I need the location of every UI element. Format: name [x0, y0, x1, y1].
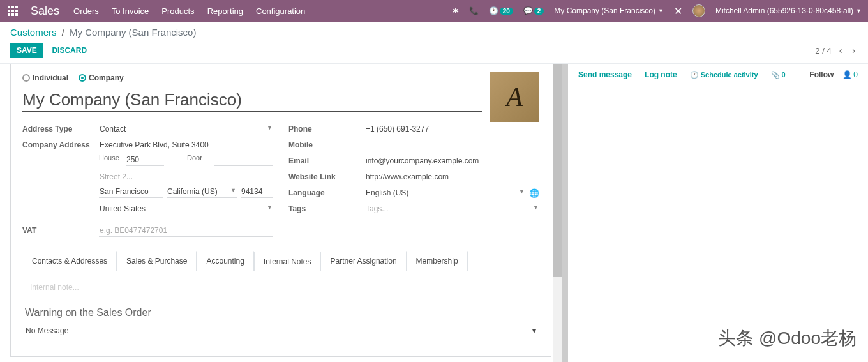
clock-icon[interactable]: 🕐20	[489, 6, 513, 15]
clock-icon: 🕐	[690, 71, 699, 79]
warning-section-title: Warning on the Sales Order	[25, 307, 537, 319]
tags-select[interactable]: Tags...▼	[365, 203, 539, 215]
street2-field[interactable]	[99, 171, 273, 183]
street-field[interactable]	[99, 139, 273, 151]
door-field[interactable]	[214, 154, 273, 166]
nav-products[interactable]: Products	[161, 6, 194, 16]
form-sheet: A Individual Company Address TypeContact…	[0, 64, 562, 362]
email-field[interactable]	[365, 155, 539, 167]
nav-orders[interactable]: Orders	[73, 6, 99, 16]
scrollbar[interactable]	[553, 64, 562, 362]
label-vat: VAT	[22, 226, 99, 235]
apps-icon[interactable]	[6, 4, 19, 17]
company-selector[interactable]: My Company (San Francisco)▼	[554, 6, 664, 15]
chatter-resize-handle[interactable]	[562, 64, 568, 362]
nav-menu: Orders To Invoice Products Reporting Con…	[73, 6, 305, 16]
schedule-activity-button[interactable]: 🕐Schedule activity	[690, 71, 758, 79]
tab-contacts-addresses[interactable]: Contacts & Addresses	[22, 251, 117, 271]
tab-membership[interactable]: Membership	[407, 251, 468, 271]
tab-internal-notes[interactable]: Internal Notes	[254, 252, 321, 271]
nav-to-invoice[interactable]: To Invoice	[112, 6, 149, 16]
label-website: Website Link	[288, 172, 365, 181]
close-icon[interactable]: ✕	[674, 5, 682, 17]
tab-accounting[interactable]: Accounting	[197, 251, 253, 271]
state-select[interactable]: California (US)▼	[167, 186, 237, 198]
country-select[interactable]: United States▼	[99, 203, 273, 215]
vat-field[interactable]	[99, 225, 273, 237]
bug-icon[interactable]: ✱	[453, 6, 459, 15]
name-field[interactable]	[22, 89, 482, 112]
caret-down-icon: ▼	[856, 8, 862, 14]
tab-partner-assignation[interactable]: Partner Assignation	[321, 251, 407, 271]
city-field[interactable]	[99, 186, 163, 198]
control-panel: Customers / My Company (San Francisco) S…	[0, 22, 868, 64]
phone-field[interactable]	[365, 123, 539, 135]
pager-position: 2 / 4	[815, 46, 831, 56]
person-icon: 👤	[842, 70, 852, 79]
caret-down-icon: ▼	[658, 8, 664, 14]
systray: ✱ 📞 🕐20 💬2 My Company (San Francisco)▼ ✕…	[453, 4, 862, 17]
label-address-type: Address Type	[22, 124, 99, 133]
follow-button[interactable]: Follow	[809, 70, 834, 79]
label-mobile: Mobile	[288, 140, 365, 149]
address-type-select[interactable]: Contact▼	[99, 123, 273, 135]
label-tags: Tags	[288, 204, 365, 213]
zip-field[interactable]	[241, 186, 273, 198]
avatar[interactable]	[692, 4, 705, 17]
attach-icon: 📎	[771, 71, 780, 79]
tabs: Contacts & Addresses Sales & Purchase Ac…	[22, 251, 539, 271]
label-company-address: Company Address	[22, 140, 99, 149]
nav-configuration[interactable]: Configuration	[256, 6, 305, 16]
attachments-button[interactable]: 📎0	[771, 71, 786, 79]
tab-sales-purchase[interactable]: Sales & Purchase	[117, 251, 197, 271]
clock-badge: 20	[500, 8, 513, 15]
top-nav: Sales Orders To Invoice Products Reporti…	[0, 0, 868, 22]
internal-note-field[interactable]: Internal note...	[25, 280, 537, 294]
log-note-button[interactable]: Log note	[645, 70, 677, 79]
chat-icon[interactable]: 💬2	[523, 6, 544, 15]
save-button[interactable]: Save	[10, 43, 43, 58]
language-select[interactable]: English (US)▼	[365, 187, 525, 199]
breadcrumb-current: My Company (San Francisco)	[70, 27, 196, 38]
send-message-button[interactable]: Send message	[578, 70, 632, 79]
chat-badge: 2	[534, 8, 544, 15]
pager: 2 / 4 ‹ ›	[815, 45, 858, 56]
discard-button[interactable]: Discard	[45, 43, 93, 58]
pager-next-icon[interactable]: ›	[849, 45, 858, 56]
phone-icon[interactable]: 📞	[469, 6, 479, 15]
user-menu[interactable]: Mitchell Admin (655926-13-0-80c458-all)▼	[715, 6, 862, 15]
brand-title[interactable]: Sales	[31, 4, 59, 18]
tab-content: Internal note... Warning on the Sales Or…	[22, 271, 539, 347]
globe-icon[interactable]: 🌐	[529, 188, 539, 198]
website-field[interactable]	[365, 171, 539, 183]
nav-reporting[interactable]: Reporting	[207, 6, 243, 16]
pager-prev-icon[interactable]: ‹	[837, 45, 845, 56]
label-email: Email	[288, 156, 365, 165]
breadcrumb: Customers / My Company (San Francisco)	[10, 27, 858, 38]
mobile-field[interactable]	[365, 139, 539, 151]
label-language: Language	[288, 188, 365, 197]
label-phone: Phone	[288, 124, 365, 133]
followers-count[interactable]: 👤0	[842, 70, 858, 79]
warning-select[interactable]: No Message▾	[25, 324, 537, 338]
breadcrumb-parent[interactable]: Customers	[10, 27, 57, 38]
radio-company[interactable]: Company	[79, 73, 124, 82]
company-image[interactable]: A	[490, 72, 539, 122]
radio-individual[interactable]: Individual	[22, 73, 68, 82]
house-field[interactable]	[126, 154, 164, 166]
chatter: Send message Log note 🕐Schedule activity…	[568, 64, 868, 362]
